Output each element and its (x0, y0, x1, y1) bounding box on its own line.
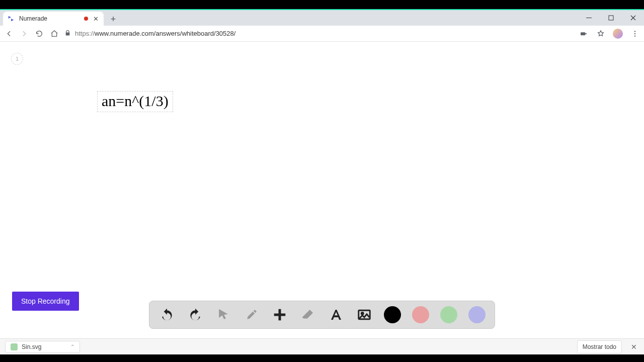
download-item[interactable]: Sin.svg ⌃ (5, 341, 80, 353)
svg-point-5 (634, 33, 635, 34)
download-filename: Sin.svg (22, 343, 41, 350)
page-number-badge: 1 (11, 53, 23, 65)
download-chevron-icon[interactable]: ⌃ (70, 344, 74, 349)
brush-tool-icon[interactable] (243, 306, 260, 323)
svg-point-6 (634, 35, 635, 36)
chrome-menu-icon[interactable] (630, 29, 640, 39)
nav-forward-icon (19, 29, 29, 39)
add-tool-icon[interactable] (271, 306, 288, 323)
color-swatch-black[interactable] (384, 306, 401, 323)
redo-icon[interactable] (187, 306, 204, 323)
file-icon (11, 343, 18, 350)
address-bar[interactable]: https://www.numerade.com/answers/whitebo… (64, 30, 574, 38)
pointer-tool-icon[interactable] (215, 306, 232, 323)
svg-point-4 (634, 31, 635, 32)
download-bar: Sin.svg ⌃ Mostrar todo ✕ (0, 338, 644, 354)
window-close-icon[interactable] (622, 10, 644, 26)
browser-tab[interactable]: Numerade ✕ (3, 12, 104, 26)
tab-close-icon[interactable]: ✕ (92, 15, 100, 23)
svg-rect-0 (586, 18, 592, 18)
svg-rect-2 (581, 32, 585, 35)
eraser-tool-icon[interactable] (299, 306, 316, 323)
whiteboard-toolbar (149, 301, 495, 329)
svg-point-3 (585, 33, 587, 34)
svg-rect-1 (609, 16, 613, 20)
window-controls (578, 10, 644, 26)
bookmark-star-icon[interactable] (596, 29, 606, 39)
extension-icon[interactable] (579, 29, 589, 39)
window-minimize-icon[interactable] (578, 10, 600, 26)
color-swatch-purple[interactable] (468, 306, 486, 323)
download-bar-close-icon[interactable]: ✕ (629, 343, 639, 351)
tab-title: Numerade (19, 15, 80, 22)
image-tool-icon[interactable] (356, 306, 373, 323)
new-tab-button[interactable]: + (107, 13, 120, 26)
color-swatch-green[interactable] (440, 306, 457, 323)
undo-icon[interactable] (158, 306, 176, 323)
lock-icon (64, 30, 71, 38)
nav-home-icon[interactable] (49, 29, 59, 39)
svg-point-8 (361, 313, 363, 315)
recording-indicator-icon (84, 17, 88, 21)
stop-recording-button[interactable]: Stop Recording (12, 292, 79, 311)
download-show-all-button[interactable]: Mostrar todo (577, 340, 622, 353)
url-text: https://www.numerade.com/answers/whitebo… (75, 30, 235, 37)
profile-avatar[interactable] (613, 29, 623, 39)
tab-favicon (7, 15, 15, 23)
tab-strip: Numerade ✕ + (0, 10, 644, 26)
formula-text-box[interactable]: an=n^(1/3) (97, 91, 173, 112)
color-swatch-red[interactable] (412, 306, 429, 323)
page-content: 1 an=n^(1/3) Stop Recording (0, 42, 644, 338)
browser-toolbar: https://www.numerade.com/answers/whitebo… (0, 26, 644, 42)
nav-reload-icon[interactable] (34, 29, 44, 39)
text-tool-icon[interactable] (328, 306, 345, 323)
window-maximize-icon[interactable] (600, 10, 622, 26)
nav-back-icon[interactable] (4, 29, 14, 39)
